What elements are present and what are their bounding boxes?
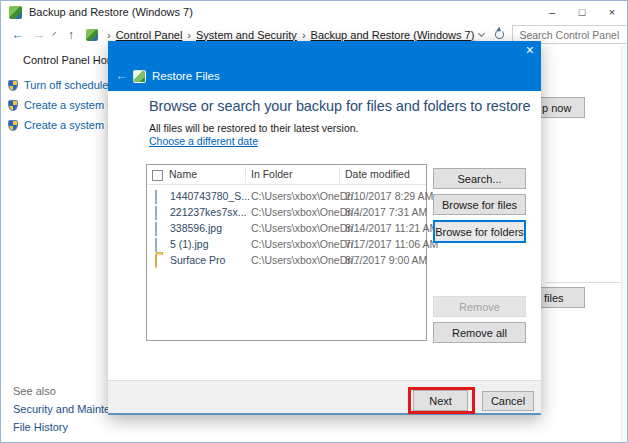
select-all-checkbox[interactable] [152, 170, 163, 181]
breadcrumb-control-panel[interactable]: Control Panel [116, 29, 183, 41]
restore-my-files-button-fragment[interactable]: files [541, 287, 585, 308]
file-date: 8/4/2017 7:31 AM [345, 206, 427, 218]
list-header: Name In Folder Date modified [147, 165, 426, 185]
history-chevron-icon[interactable] [52, 31, 56, 35]
dialog-title: Restore Files [152, 70, 220, 82]
breadcrumb-system-and-security[interactable]: System and Security [196, 29, 297, 41]
dialog-heading: Browse or search your backup for files a… [149, 98, 531, 114]
address-dropdown-icon[interactable] [478, 30, 485, 37]
dialog-back-icon[interactable]: ← [115, 68, 128, 83]
image-file-icon [155, 206, 157, 220]
title-bar: Backup and Restore (Windows 7) – □ × [1, 1, 627, 23]
table-row[interactable]: 5 (1).jpg C:\Users\xbox\OneDri... 7/17/2… [147, 236, 426, 252]
cancel-button[interactable]: Cancel [482, 391, 534, 411]
remove-all-button[interactable]: Remove all [433, 322, 526, 343]
minimize-button[interactable]: – [537, 1, 567, 23]
forward-icon[interactable]: → [28, 28, 49, 41]
file-date: 8/14/2017 11:21 AM [345, 222, 438, 234]
uac-shield-icon [8, 80, 18, 91]
remove-button: Remove [433, 296, 526, 317]
sidebar-item-security-and-maintenance[interactable]: Security and Mainten [13, 403, 116, 415]
table-row[interactable]: 221237kes7sx... C:\Users\xbox\OneDri... … [147, 204, 426, 220]
window-scrollbar[interactable] [621, 46, 627, 442]
window-controls: – □ × [537, 1, 627, 23]
file-date: 2/10/2017 8:29 AM [345, 190, 433, 202]
column-header-in-folder[interactable]: In Folder [251, 168, 292, 180]
file-date: 8/7/2017 9:00 AM [345, 254, 427, 266]
search-button[interactable]: Search... [433, 168, 526, 189]
breadcrumb-separator: › [107, 29, 111, 41]
column-divider[interactable] [245, 167, 246, 183]
uac-shield-icon [8, 100, 18, 111]
column-header-date-modified[interactable]: Date modified [345, 168, 410, 180]
file-name: Surface Pro [170, 254, 225, 266]
table-row[interactable]: Surface Pro C:\Users\xbox\OneDri... 8/7/… [147, 252, 426, 268]
see-also-header: See also [13, 385, 56, 397]
image-file-icon [155, 222, 157, 236]
dialog-note: All files will be restored to their late… [149, 122, 359, 134]
up-icon[interactable]: ↑ [64, 29, 78, 41]
browse-for-folders-button[interactable]: Browse for folders [433, 220, 526, 243]
choose-different-date-link[interactable]: Choose a different date [149, 135, 258, 147]
file-date: 7/17/2017 11:06 AM [345, 238, 438, 250]
maximize-button[interactable]: □ [567, 1, 597, 23]
next-button[interactable]: Next [413, 390, 468, 411]
control-panel-icon [86, 29, 98, 41]
file-name: 221237kes7sx... [170, 206, 246, 218]
table-row[interactable]: 338596.jpg C:\Users\xbox\OneDri... 8/14/… [147, 220, 426, 236]
close-button[interactable]: × [597, 1, 627, 23]
restore-files-dialog: × ← Restore Files Browse or search your … [108, 41, 541, 415]
breadcrumb-separator: › [302, 29, 306, 41]
backup-files-list: Name In Folder Date modified 1440743780_… [146, 164, 427, 341]
section-divider [546, 282, 620, 283]
file-name: 338596.jpg [170, 222, 222, 234]
back-up-now-button-fragment[interactable]: p now [541, 97, 585, 118]
sidebar-item-file-history[interactable]: File History [13, 421, 68, 433]
dialog-close-icon[interactable]: × [526, 43, 534, 57]
browse-for-files-button[interactable]: Browse for files [433, 194, 526, 215]
breadcrumb-separator: › [187, 29, 191, 41]
sidebar-item-label: Turn off schedule [24, 79, 108, 91]
uac-shield-icon [8, 120, 18, 131]
breadcrumb-backup-and-restore[interactable]: Backup and Restore (Windows 7) [311, 29, 475, 41]
folder-icon [155, 254, 157, 268]
image-file-icon [155, 190, 157, 204]
image-file-icon [155, 238, 157, 252]
column-header-name[interactable]: Name [169, 168, 197, 180]
refresh-icon[interactable] [495, 30, 504, 39]
dialog-footer [108, 380, 541, 413]
column-divider[interactable] [339, 167, 340, 183]
backup-restore-window: Backup and Restore (Windows 7) – □ × ← →… [0, 0, 628, 443]
file-name: 5 (1).jpg [170, 238, 209, 250]
sidebar-item-turn-off-schedule[interactable]: Turn off schedule [8, 79, 108, 91]
back-icon[interactable]: ← [7, 28, 28, 41]
window-title: Backup and Restore (Windows 7) [29, 6, 193, 18]
app-icon [9, 6, 22, 19]
restore-files-icon [133, 70, 146, 83]
file-name: 1440743780_S... [170, 190, 250, 202]
search-input[interactable] [513, 29, 628, 41]
dialog-header: × ← Restore Files [108, 41, 541, 91]
table-row[interactable]: 1440743780_S... C:\Users\xbox\OneDri... … [147, 188, 426, 204]
